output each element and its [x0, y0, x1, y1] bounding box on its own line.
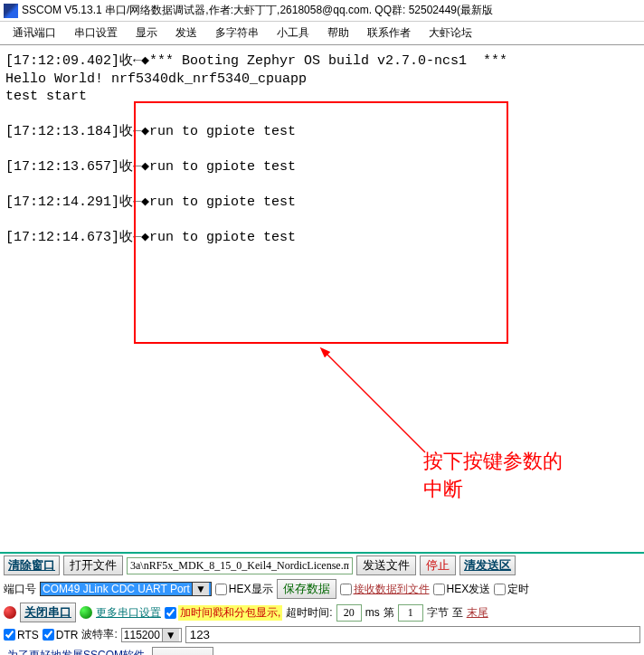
timeout-label: 超时时间:	[286, 605, 332, 621]
clear-window-button[interactable]: 清除窗口	[4, 555, 60, 575]
log-line: [17:12:14.291]收←◆run to gpiote test	[5, 195, 296, 210]
dtr-checkbox[interactable]: DTR	[43, 629, 79, 641]
clear-send-button[interactable]: 清发送区	[459, 555, 516, 575]
annotation-text: 按下按键参数的 中断	[423, 448, 563, 504]
timestamp-checkbox[interactable]: 加时间戳和分包显示,	[165, 605, 282, 621]
file-path-input[interactable]	[127, 557, 353, 574]
menu-contact[interactable]: 联系作者	[358, 24, 420, 43]
timeout-input[interactable]	[336, 604, 362, 622]
close-port-button[interactable]: 关闭串口	[20, 603, 76, 622]
menu-display[interactable]: 显示	[127, 24, 166, 43]
status-led-icon	[4, 606, 16, 619]
port-label: 端口号	[4, 582, 36, 597]
page-input[interactable]	[398, 604, 423, 622]
menu-tools[interactable]: 小工具	[268, 24, 318, 43]
recv-to-file-checkbox[interactable]: 接收数据到文件	[340, 582, 430, 597]
log-line: Hello World! nrf5340dk_nrf5340_cpuapp	[5, 71, 307, 87]
log-line: [17:12:13.184]收←◆run to gpiote test	[5, 124, 296, 139]
log-line: [17:12:14.673]收←◆run to gpiote test	[5, 230, 296, 245]
menubar: 通讯端口 串口设置 显示 发送 多字符串 小工具 帮助 联系作者 大虾论坛	[0, 22, 644, 45]
menu-forum[interactable]: 大虾论坛	[420, 24, 481, 43]
hex-send-checkbox[interactable]: HEX发送	[433, 582, 491, 597]
stop-button[interactable]: 停止	[420, 555, 456, 575]
baud-label: 波特率:	[81, 627, 117, 642]
send-file-button[interactable]: 发送文件	[356, 555, 416, 575]
promo-text: 为了更好地发展SSCOM软件 请您注册嘉立创F结尾客户	[4, 648, 148, 655]
chevron-down-icon: ▼	[162, 629, 179, 641]
timed-checkbox[interactable]: 定时	[494, 582, 529, 597]
menu-send[interactable]: 发送	[166, 24, 206, 43]
menu-multi[interactable]: 多字符串	[206, 24, 268, 43]
open-file-button[interactable]: 打开文件	[63, 555, 123, 575]
baud-dropdown[interactable]: 115200 ▼	[121, 628, 182, 642]
more-settings-link[interactable]: 更多串口设置	[96, 605, 161, 621]
hex-display-checkbox[interactable]: HEX显示	[215, 582, 273, 597]
rts-checkbox[interactable]: RTS	[4, 629, 39, 641]
send-data-input[interactable]	[185, 626, 640, 643]
save-data-button[interactable]: 保存数据	[277, 579, 336, 599]
log-line: [17:12:09.402]收←◆*** Booting Zephyr OS b…	[5, 53, 507, 69]
menu-serial[interactable]: 串口设置	[65, 24, 127, 43]
app-icon	[4, 4, 18, 18]
svg-line-0	[326, 353, 425, 452]
port-dropdown[interactable]: COM49 JLink CDC UART Port ▼	[40, 582, 212, 596]
menu-comm[interactable]: 通讯端口	[4, 24, 65, 43]
refresh-icon[interactable]	[80, 606, 92, 619]
terminal-output[interactable]: [17:12:09.402]收←◆*** Booting Zephyr OS b…	[0, 45, 644, 552]
log-line: test start	[5, 89, 87, 104]
window-title: SSCOM V5.13.1 串口/网络数据调试器,作者:大虾丁丁,2618058…	[22, 3, 493, 18]
chevron-down-icon: ▼	[192, 583, 209, 595]
menu-help[interactable]: 帮助	[318, 24, 358, 43]
log-line: [17:12:13.657]收←◆run to gpiote test	[5, 159, 296, 175]
send-button[interactable]: 发 送	[152, 647, 213, 655]
